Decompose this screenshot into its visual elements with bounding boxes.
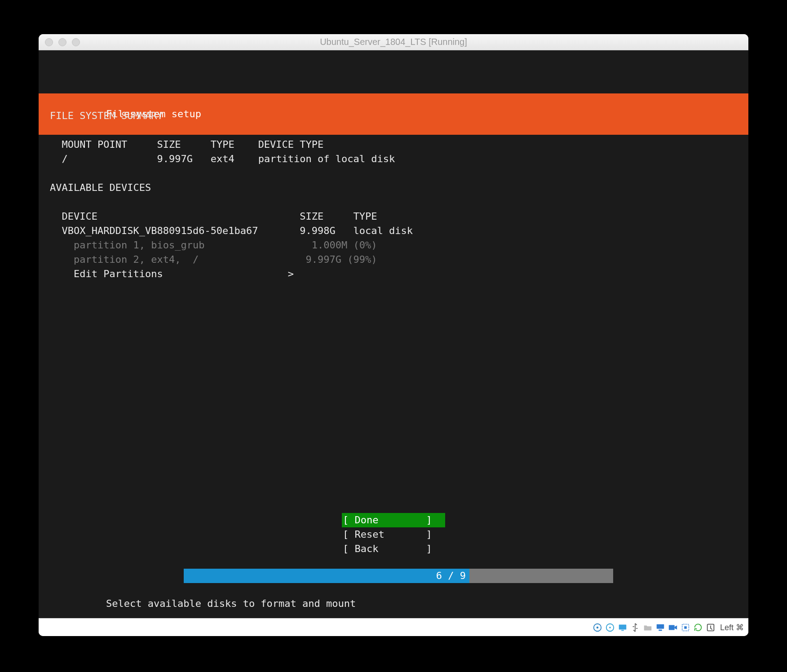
dev-col-type: TYPE <box>354 211 377 222</box>
col-dtype: DEVICE TYPE <box>258 139 324 150</box>
svg-rect-10 <box>684 626 687 629</box>
display-icon[interactable] <box>618 623 628 632</box>
audio-icon[interactable] <box>681 623 690 632</box>
row0-type: ext4 <box>211 153 234 164</box>
hostkey-indicator: Left ⌘ <box>720 623 744 632</box>
reset-button[interactable]: [ Reset ] <box>342 527 445 542</box>
devices-heading: AVAILABLE DEVICES <box>50 182 151 193</box>
svg-rect-7 <box>659 629 662 631</box>
action-buttons: [ Done ] [ Reset ] [ Back ] <box>39 513 748 556</box>
partition-row-0: partition 1, bios_grub 1.000M (0%) <box>74 239 377 251</box>
usb-icon[interactable] <box>630 623 640 632</box>
svg-rect-4 <box>619 624 627 629</box>
row0-size: 9.997G <box>157 153 192 164</box>
col-type: TYPE <box>211 139 234 150</box>
disk-size: 9.998G <box>300 225 335 236</box>
disk-type: local disk <box>354 225 413 236</box>
edit-partitions[interactable]: Edit Partitions <box>74 268 163 279</box>
partition-row-1: partition 2, ext4, / 9.997G (99%) <box>74 254 377 265</box>
summary-heading: FILE SYSTEM SUMMARY <box>50 110 163 121</box>
network-icon[interactable] <box>655 623 665 632</box>
col-mount: MOUNT POINT <box>62 139 128 150</box>
done-button[interactable]: [ Done ] <box>342 513 445 527</box>
progress-bar: 6 / 9 <box>39 569 748 583</box>
titlebar: Ubuntu_Server_1804_LTS [Running] <box>39 34 748 50</box>
refresh-icon[interactable] <box>693 623 703 632</box>
svg-point-3 <box>609 627 611 628</box>
window-title: Ubuntu_Server_1804_LTS [Running] <box>39 37 748 47</box>
hint-text: Select available disks to format and mou… <box>106 597 356 611</box>
harddisk-icon[interactable] <box>592 623 602 632</box>
close-icon[interactable] <box>45 38 53 46</box>
vm-window: Ubuntu_Server_1804_LTS [Running] Filesys… <box>39 34 748 636</box>
svg-point-1 <box>597 626 599 628</box>
svg-rect-5 <box>621 630 624 631</box>
disk-name[interactable]: VBOX_HARDDISK_VB880915d6-50e1ba67 <box>62 225 258 236</box>
video-capture-icon[interactable] <box>668 623 678 632</box>
minimize-icon[interactable] <box>58 38 66 46</box>
dev-col-device: DEVICE <box>62 211 97 222</box>
row0-dtype: partition of local disk <box>258 153 395 164</box>
terminal-screen: Filesystem setup FILE SYSTEM SUMMARY MOU… <box>39 50 748 618</box>
progress-label: 6 / 9 <box>436 569 466 583</box>
installer-body: FILE SYSTEM SUMMARY MOUNT POINT SIZE TYP… <box>50 109 737 281</box>
progress-fill: 6 / 9 <box>184 569 469 583</box>
record-icon[interactable] <box>706 623 716 632</box>
svg-rect-8 <box>669 625 675 630</box>
row0-mount: / <box>62 153 68 164</box>
shared-folder-icon[interactable] <box>643 623 653 632</box>
optical-disc-icon[interactable] <box>605 623 615 632</box>
window-controls[interactable] <box>45 38 80 46</box>
vm-status-bar: Left ⌘ <box>39 618 748 636</box>
svg-rect-6 <box>657 624 664 628</box>
chevron-right-icon: > <box>288 268 294 279</box>
col-size: SIZE <box>157 139 181 150</box>
dev-col-size: SIZE <box>300 211 323 222</box>
zoom-icon[interactable] <box>72 38 80 46</box>
back-button[interactable]: [ Back ] <box>342 542 445 556</box>
